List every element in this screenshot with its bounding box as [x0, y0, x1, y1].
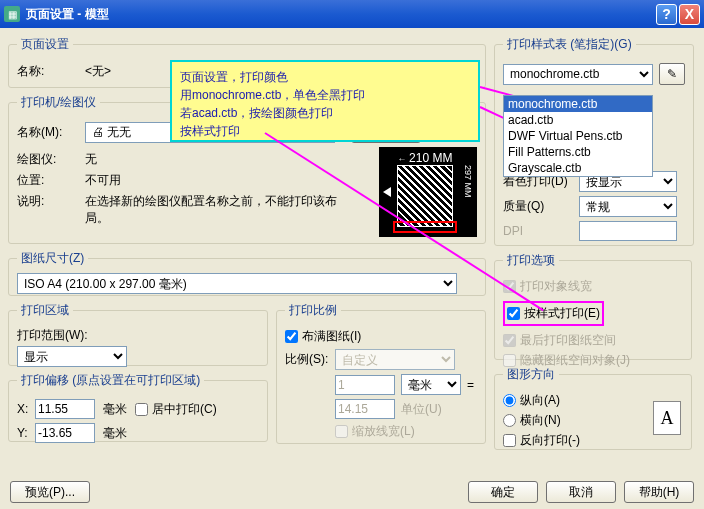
annotation-line2: 用monochrome.ctb，单色全黑打印: [180, 86, 470, 104]
offset-legend: 打印偏移 (原点设置在可打印区域): [17, 372, 204, 389]
app-icon: ▦: [4, 6, 20, 22]
fit-to-paper-checkbox[interactable]: [285, 330, 298, 343]
fit-to-paper-label: 布满图纸(I): [302, 328, 361, 345]
plotter-value: 无: [85, 151, 97, 168]
style-option[interactable]: Fill Patterns.ctb: [504, 144, 652, 160]
center-plot-label: 居中打印(C): [152, 401, 217, 418]
scale-eq: =: [467, 378, 474, 392]
paper-size-legend: 图纸尺寸(Z): [17, 250, 88, 267]
center-plot-checkbox[interactable]: [135, 403, 148, 416]
orientation-legend: 图形方向: [503, 366, 559, 383]
reverse-checkbox[interactable]: [503, 434, 516, 447]
description-label: 说明:: [17, 193, 85, 210]
position-label: 位置:: [17, 172, 85, 189]
scale-num1-input: [335, 375, 395, 395]
preview-height-label: 297 MM: [463, 165, 473, 227]
offset-y-unit: 毫米: [103, 425, 127, 442]
plot-range-label: 打印范围(W):: [17, 327, 259, 344]
scale-legend: 打印比例: [285, 302, 341, 319]
printer-name-label: 名称(M):: [17, 124, 85, 141]
offset-y-label: Y:: [17, 426, 35, 440]
plot-style-dropdown[interactable]: monochrome.ctb acad.ctb DWF Virtual Pens…: [503, 95, 653, 177]
page-setup-legend: 页面设置: [17, 36, 73, 53]
plot-range-select[interactable]: 显示: [17, 346, 127, 367]
offset-x-unit: 毫米: [103, 401, 127, 418]
description-value: 在选择新的绘图仪配置名称之前，不能打印该布局。: [85, 193, 345, 227]
plot-last-label: 最后打印图纸空间: [520, 332, 616, 349]
style-option[interactable]: acad.ctb: [504, 112, 652, 128]
plot-by-style-label: 按样式打印(E): [524, 305, 600, 322]
reverse-label: 反向打印(-): [520, 432, 580, 449]
annotation-callout: 页面设置，打印颜色 用monochrome.ctb，单色全黑打印 若acad.c…: [170, 60, 480, 142]
offset-x-input[interactable]: [35, 399, 95, 419]
portrait-radio[interactable]: [503, 394, 516, 407]
orientation-glyph: A: [653, 401, 681, 435]
paper-preview: ← 210 MM → 297 MM: [379, 147, 477, 237]
style-option[interactable]: Grayscale.ctb: [504, 160, 652, 176]
cancel-button[interactable]: 取消: [546, 481, 616, 503]
page-setup-name-value: <无>: [85, 63, 111, 80]
titlebar-help-button[interactable]: ?: [656, 4, 677, 25]
help-button[interactable]: 帮助(H): [624, 481, 694, 503]
scale-lineweights-label: 缩放线宽(L): [352, 423, 415, 440]
page-setup-name-label: 名称:: [17, 63, 85, 80]
scale-unit2-label: 单位(U): [401, 401, 442, 418]
plot-by-style-checkbox[interactable]: [507, 307, 520, 320]
preview-button[interactable]: 预览(P)...: [10, 481, 90, 503]
style-option[interactable]: DWF Virtual Pens.ctb: [504, 128, 652, 144]
paper-size-select[interactable]: ISO A4 (210.00 x 297.00 毫米): [17, 273, 457, 294]
dpi-input: [579, 221, 677, 241]
scale-num2-input: [335, 399, 395, 419]
plot-last-checkbox: [503, 334, 516, 347]
quality-label: 质量(Q): [503, 198, 579, 215]
portrait-label: 纵向(A): [520, 392, 560, 409]
annotation-line4: 按样式打印: [180, 122, 470, 140]
printer-legend: 打印机/绘图仪: [17, 94, 100, 111]
plot-area-legend: 打印区域: [17, 302, 73, 319]
titlebar-close-button[interactable]: X: [679, 4, 700, 25]
annotation-line1: 页面设置，打印颜色: [180, 68, 470, 86]
pencil-icon: ✎: [667, 67, 677, 81]
window-title: 页面设置 - 模型: [26, 6, 654, 23]
landscape-label: 横向(N): [520, 412, 561, 429]
quality-select[interactable]: 常规: [579, 196, 677, 217]
edit-style-button[interactable]: ✎: [659, 63, 685, 85]
plot-style-select[interactable]: monochrome.ctb: [503, 64, 653, 85]
scale-ratio-label: 比例(S):: [285, 351, 335, 368]
position-value: 不可用: [85, 172, 121, 189]
highlight-rect: [393, 221, 457, 233]
plotter-label: 绘图仪:: [17, 151, 85, 168]
lineweights-label: 打印对象线宽: [520, 278, 592, 295]
scale-ratio-select: 自定义: [335, 349, 455, 370]
plot-style-legend: 打印样式表 (笔指定)(G): [503, 36, 636, 53]
offset-y-input[interactable]: [35, 423, 95, 443]
dpi-label: DPI: [503, 224, 579, 238]
style-option[interactable]: monochrome.ctb: [504, 96, 652, 112]
plot-options-legend: 打印选项: [503, 252, 559, 269]
landscape-radio[interactable]: [503, 414, 516, 427]
scale-unit1-select[interactable]: 毫米: [401, 374, 461, 395]
ok-button[interactable]: 确定: [468, 481, 538, 503]
scale-lineweights-checkbox: [335, 425, 348, 438]
offset-x-label: X:: [17, 402, 35, 416]
annotation-line3: 若acad.ctb，按绘图颜色打印: [180, 104, 470, 122]
